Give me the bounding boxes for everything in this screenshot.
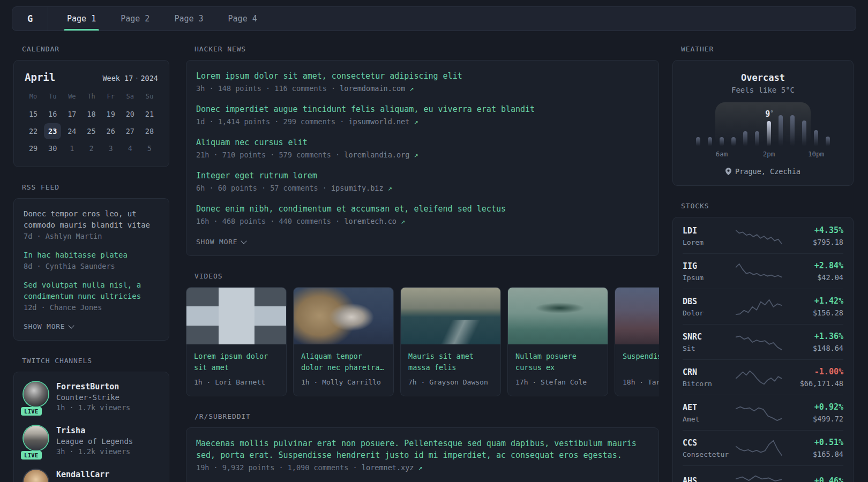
hackernews-item-stats: 6h · 60 points · 57 comments ·	[196, 184, 327, 192]
hackernews-item-domain[interactable]: loremdomain.com	[340, 84, 405, 93]
hackernews-show-more-button[interactable]: SHOW MORE	[196, 238, 246, 246]
twitch-channel-name[interactable]: ForrestBurton	[56, 382, 130, 391]
twitch-avatar-wrap: LIVE	[24, 382, 48, 412]
stock-row[interactable]: AHS +0.46%	[683, 465, 843, 482]
twitch-channel-meta: 3h · 1.2k viewers	[56, 447, 133, 456]
hackernews-item-domain[interactable]: loremlandia.org	[344, 150, 409, 159]
hackernews-item-domain[interactable]: ipsumworld.net	[348, 117, 409, 126]
stock-ticker[interactable]: SNRC	[683, 332, 734, 342]
video-card[interactable]: Aliquam tempor dolor nec pharetra… 1h · …	[293, 287, 394, 396]
hackernews-widget: HACKER NEWS Lorem ipsum dolor sit amet, …	[186, 45, 659, 256]
video-card-clipped[interactable]: Suspendisse diam 18h · Tara	[615, 287, 659, 396]
twitch-channel-row[interactable]: LIVE Trisha League of Legends 3h · 1.2k …	[24, 426, 159, 456]
tab-page-2[interactable]: Page 2	[114, 7, 156, 31]
stock-ticker[interactable]: AHS	[683, 476, 734, 482]
stock-values: +0.92% $499.72	[783, 402, 843, 423]
twitch-card: LIVE ForrestBurton Counter-Strike 1h · 1…	[13, 372, 169, 482]
video-thumbnail-camera-hands[interactable]	[294, 288, 393, 344]
calendar-week: Week 17	[102, 74, 133, 82]
stock-price: $42.04	[783, 273, 843, 282]
stock-ticker[interactable]: AET	[683, 403, 734, 412]
weather-widget: WEATHER Overcast Feels like 5°C 9° 6am2p…	[672, 45, 854, 186]
hackernews-item-title[interactable]: Donec enim nibh, condimentum et accumsan…	[196, 203, 649, 215]
calendar-day: 29	[25, 140, 42, 156]
stock-sparkline	[736, 333, 782, 351]
stock-id: CRN Bitcorn	[683, 367, 734, 388]
calendar-year: 2024	[140, 74, 158, 82]
twitch-channel-row[interactable]: LIVE ForrestBurton Counter-Strike 1h · 1…	[24, 382, 159, 412]
tab-page-3[interactable]: Page 3	[168, 7, 209, 31]
hackernews-item-title[interactable]: Aliquam nec cursus elit	[196, 137, 649, 148]
video-thumbnail-boat-wake[interactable]	[401, 288, 500, 344]
stock-price: $156.28	[783, 308, 843, 317]
subreddit-post-domain[interactable]: loremnet.xyz	[362, 463, 414, 472]
tab-page-4[interactable]: Page 4	[222, 7, 264, 31]
weather-condition: Overcast	[683, 70, 843, 83]
stock-id: CCS Consectetur	[683, 438, 734, 458]
video-title[interactable]: Lorem ipsum dolor sit amet consectetu…	[194, 351, 279, 373]
video-card[interactable]: Nullam posuere cursus ex 17h · Stefan Co…	[507, 287, 608, 396]
stock-row[interactable]: DBS Dolor +1.42% $156.28	[683, 289, 843, 324]
stock-ticker[interactable]: CRN	[683, 367, 734, 377]
separator-dot: ·	[133, 74, 140, 82]
video-thumbnail-towers-sky[interactable]	[186, 288, 286, 344]
video-title[interactable]: Suspendisse diam	[623, 351, 659, 373]
calendar-day: 18	[83, 106, 100, 122]
hackernews-item-title[interactable]: Lorem ipsum dolor sit amet, consectetur …	[196, 70, 649, 82]
stock-row[interactable]: CRN Bitcorn -1.00% $66,171.48	[683, 359, 843, 395]
rss-item-meta: 8d · Cynthia Saunders	[24, 262, 159, 270]
stock-ticker[interactable]: IIG	[683, 261, 734, 271]
stock-values: +1.36% $148.64	[783, 332, 843, 352]
stock-values: +0.51% $165.84	[783, 438, 843, 458]
video-title[interactable]: Nullam posuere cursus ex	[515, 351, 600, 373]
calendar-day: 22	[25, 123, 42, 139]
stock-price: $165.84	[783, 450, 843, 458]
stock-sparkline	[736, 473, 782, 482]
video-thumbnail-canoe-fog[interactable]	[508, 288, 608, 344]
stock-ticker[interactable]: CCS	[683, 438, 734, 448]
twitch-channel-row[interactable]: KendallCarr	[24, 470, 159, 482]
rss-item-title[interactable]: Donec tempor eros leo, ut commodo mauris…	[24, 208, 159, 231]
stock-row[interactable]: CCS Consectetur +0.51% $165.84	[683, 430, 843, 465]
subreddit-post-meta: 19h · 9,932 points · 1,090 comments · lo…	[196, 463, 649, 472]
rss-item-title[interactable]: In hac habitasse platea	[24, 250, 159, 261]
weather-section-label: WEATHER	[681, 45, 854, 53]
video-title[interactable]: Mauris sit amet massa felis	[408, 351, 493, 373]
stock-row[interactable]: LDI Lorem +4.35% $795.18	[683, 219, 843, 253]
subreddit-post-title[interactable]: Maecenas mollis pulvinar erat non posuer…	[196, 438, 649, 461]
left-column: CALENDAR April Week 17·2024 Mo Tu We Th …	[13, 45, 169, 482]
video-card[interactable]: Lorem ipsum dolor sit amet consectetu… 1…	[186, 287, 287, 396]
twitch-channel-game: League of Legends	[56, 437, 133, 446]
stock-row[interactable]: AET Amet +0.92% $499.72	[683, 395, 843, 430]
rss-item-title[interactable]: Sed volutpat nulla nisl, a condimentum n…	[24, 280, 159, 302]
calendar-month: April	[25, 71, 55, 83]
stock-change: -1.00%	[783, 367, 843, 376]
tab-page-1[interactable]: Page 1	[61, 7, 102, 31]
hackernews-item-meta: 1d · 1,414 points · 299 comments · ipsum…	[196, 117, 649, 126]
hackernews-item-domain[interactable]: loremtech.co	[344, 217, 396, 225]
subreddit-card: Maecenas mollis pulvinar erat non posuer…	[186, 427, 659, 482]
hackernews-item-title[interactable]: Donec imperdiet augue tincidunt felis al…	[196, 103, 649, 115]
hackernews-item-meta: 21h · 710 points · 579 comments · loreml…	[196, 150, 649, 159]
video-title[interactable]: Aliquam tempor dolor nec pharetra…	[301, 351, 386, 373]
rss-show-more-button[interactable]: SHOW MORE	[24, 322, 73, 330]
hackernews-item-domain[interactable]: ipsumify.biz	[331, 184, 384, 192]
weekday-label: Su	[140, 91, 159, 106]
video-card[interactable]: Mauris sit amet massa felis 7h · Grayson…	[400, 287, 501, 396]
top-nav: G Page 1 Page 2 Page 3 Page 4	[12, 6, 856, 31]
stock-values: +1.42% $156.28	[783, 296, 843, 317]
stock-ticker[interactable]: LDI	[683, 226, 734, 236]
stock-row[interactable]: SNRC Sit +1.36% $148.64	[683, 324, 843, 359]
stock-name: Consectetur	[683, 450, 734, 458]
hackernews-item-title[interactable]: Integer eget rutrum lorem	[196, 170, 649, 182]
video-thumbnail-misty-field[interactable]	[615, 288, 659, 344]
stock-row[interactable]: IIG Ipsum +2.84% $42.04	[683, 253, 843, 289]
app-logo[interactable]: G	[12, 7, 48, 31]
stock-ticker[interactable]: DBS	[683, 297, 734, 306]
twitch-section-label: TWITCH CHANNELS	[22, 357, 169, 365]
twitch-channel-name[interactable]: Trisha	[56, 426, 133, 435]
twitch-channel-name[interactable]: KendallCarr	[56, 470, 109, 479]
subreddit-widget: /R/SUBREDDIT Maecenas mollis pulvinar er…	[186, 412, 659, 482]
stock-name: Sit	[683, 344, 734, 352]
weather-hour-bar	[814, 130, 818, 146]
